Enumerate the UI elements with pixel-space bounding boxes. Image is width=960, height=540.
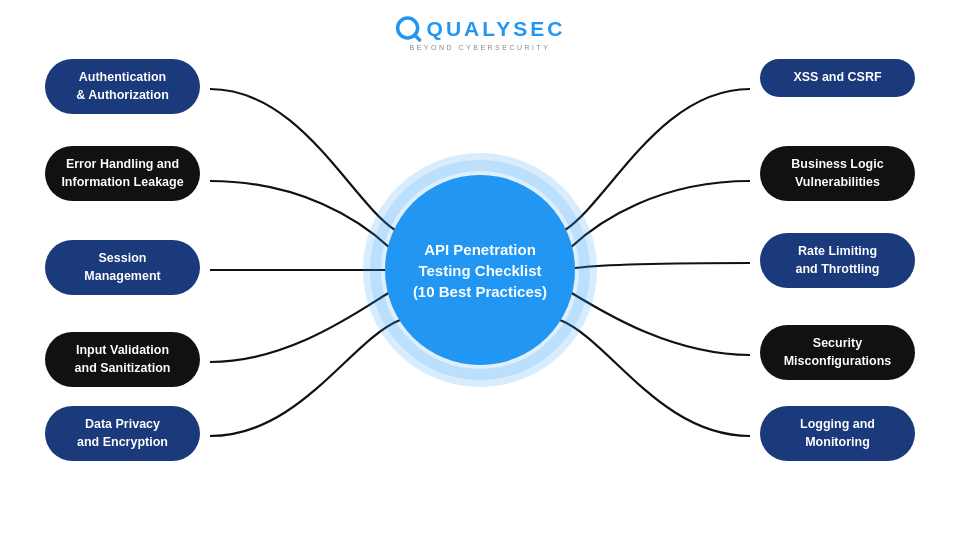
svg-line-1 — [415, 35, 420, 40]
logo: QUALYSEC BEYOND CYBERSECURITY — [395, 15, 566, 51]
logo-tagline: BEYOND CYBERSECURITY — [409, 44, 550, 51]
logo-q-icon — [395, 15, 423, 43]
center-label: API Penetration Testing Checklist (10 Be… — [403, 229, 557, 312]
main-container: QUALYSEC BEYOND CYBERSECURITY — [0, 0, 960, 540]
logo-text: QUALYSEC — [427, 17, 566, 41]
center-node: API Penetration Testing Checklist (10 Be… — [385, 175, 575, 365]
